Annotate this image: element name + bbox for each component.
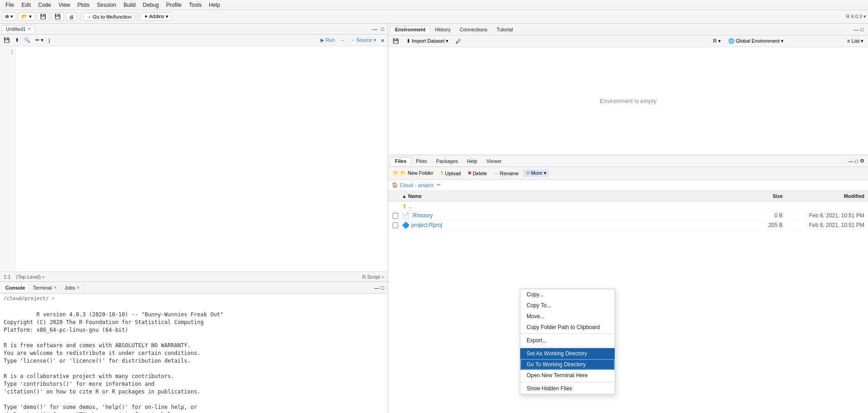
new-script-button[interactable]: ⊕ ▾: [2, 12, 16, 21]
menu-debug[interactable]: Debug: [139, 1, 163, 9]
dropdown-set-wd[interactable]: Set As Working Directory: [520, 348, 615, 359]
parent-dir-name[interactable]: ..: [409, 203, 746, 209]
env-tab-history[interactable]: History: [430, 26, 455, 33]
more-button[interactable]: ⚙ More ▾: [523, 169, 549, 177]
upload-button[interactable]: ⬆ Upload: [437, 169, 464, 177]
menu-edit[interactable]: Edit: [18, 1, 35, 9]
rhistory-name[interactable]: .Rhistory: [411, 212, 746, 219]
files-toolbar: 📁 📁 New Folder ⬆ Upload ✖ Delete ↔ Renam…: [388, 167, 868, 180]
rename-button[interactable]: ↔ Rename: [491, 170, 522, 177]
go-to-file-button[interactable]: → Go to file/function: [83, 13, 135, 21]
terminal-tab-label: Terminal: [33, 285, 52, 290]
files-options[interactable]: ⚙: [860, 158, 864, 164]
jobs-tab-close[interactable]: ✕: [76, 285, 80, 290]
dropdown-copy-to[interactable]: Copy To...: [520, 300, 615, 311]
dropdown-go-wd[interactable]: Go To Working Directory: [520, 359, 615, 370]
clear-env-button[interactable]: 🖊: [453, 38, 464, 44]
env-toolbar: 💾 ⬇ Import Dataset ▾ 🖊 R ▾ 🌐 Global Envi…: [388, 35, 868, 47]
env-minimize[interactable]: —: [853, 27, 858, 32]
toolbar: ⊕ ▾ 📂 ▾ 💾 💾 🖨 → Go to file/function ✦ Ad…: [0, 10, 868, 24]
script-type[interactable]: R Script ÷: [362, 274, 384, 280]
breadcrumb-edit-icon[interactable]: ✏: [437, 182, 441, 188]
console-minimize[interactable]: —: [374, 285, 379, 290]
files-row-parent[interactable]: ⬆ ..: [388, 202, 868, 211]
import-dataset-button[interactable]: ⬇ Import Dataset ▾: [404, 38, 451, 44]
dropdown-copy[interactable]: Copy...: [520, 289, 615, 300]
editor-tab-untitled1[interactable]: Untitled1 ✕: [2, 25, 35, 33]
files-maximize[interactable]: □: [855, 158, 858, 164]
top-level-label[interactable]: (Top Level) ÷: [16, 274, 45, 280]
dropdown-copy-folder-path[interactable]: Copy Folder Path to Clipboard: [520, 322, 615, 333]
menu-session[interactable]: Session: [93, 1, 120, 9]
editor-find-btn[interactable]: 🔍: [22, 37, 32, 44]
left-panel: Untitled1 ✕ — □ 💾 ⬆ 🔍 ✏ ▾ | ▶ Run → → So…: [0, 24, 388, 413]
breadcrumb-project[interactable]: project: [418, 182, 433, 188]
r-version-label[interactable]: R 4.0.3 ▾: [846, 14, 866, 20]
right-panel: Environment History Connections Tutorial…: [388, 24, 868, 413]
terminal-tab-close[interactable]: ✕: [53, 285, 57, 290]
editor-search-btn[interactable]: ⬆: [13, 37, 21, 44]
delete-button[interactable]: ✖ Delete: [465, 169, 490, 177]
files-tab-help[interactable]: Help: [463, 157, 482, 165]
env-tab-connections[interactable]: Connections: [455, 26, 492, 33]
menu-view[interactable]: View: [55, 1, 74, 9]
files-row-rproj[interactable]: 🔷 project.Rproj 205 B Feb 8, 2021, 10:51…: [388, 221, 868, 230]
breadcrumb-cloud[interactable]: Cloud: [400, 182, 413, 188]
files-tab-viewer[interactable]: Viewer: [482, 157, 506, 165]
new-folder-label: 📁 New Folder: [400, 170, 433, 176]
open-file-button[interactable]: 📂 ▾: [18, 12, 35, 21]
dropdown-export[interactable]: Export...: [520, 335, 615, 346]
editor-minimize[interactable]: —: [370, 25, 379, 33]
list-button[interactable]: ≡ List ▾: [844, 38, 866, 44]
menu-help[interactable]: Help: [205, 1, 224, 9]
run-button[interactable]: ▶ Run: [319, 37, 336, 44]
console-path-link[interactable]: ⚡: [52, 295, 55, 301]
source-button[interactable]: → Source ▾: [348, 37, 378, 44]
menu-build[interactable]: Build: [120, 1, 139, 9]
editor-edit-btn[interactable]: ✏ ▾: [34, 37, 45, 44]
global-env-button[interactable]: 🌐 Global Environment ▾: [725, 38, 787, 44]
console-maximize[interactable]: □: [381, 285, 384, 290]
console-tab-console[interactable]: Console: [2, 284, 29, 291]
env-global[interactable]: R ▾: [710, 38, 724, 44]
menu-code[interactable]: Code: [35, 1, 55, 9]
rproj-name[interactable]: project.Rproj: [411, 222, 746, 228]
menu-file[interactable]: File: [2, 1, 18, 9]
files-minimize[interactable]: —: [848, 158, 853, 164]
files-tab-packages[interactable]: Packages: [432, 157, 463, 165]
console-tab-terminal[interactable]: Terminal ✕: [29, 284, 61, 291]
rhistory-checkbox[interactable]: [392, 213, 399, 219]
files-row-rhistory[interactable]: 📄 .Rhistory 0 B Feb 8, 2021, 10:51 PM: [388, 211, 868, 221]
menu-profile[interactable]: Profile: [163, 1, 185, 9]
new-folder-button[interactable]: 📁 📁 New Folder: [390, 169, 436, 177]
env-tab-environment[interactable]: Environment: [390, 25, 430, 33]
files-tab-plots[interactable]: Plots: [411, 157, 431, 165]
menu-tools[interactable]: Tools: [185, 1, 205, 9]
env-tab-tutorial[interactable]: Tutorial: [492, 26, 518, 33]
files-tab-files[interactable]: Files: [390, 157, 411, 165]
console-output: R version 4.0.3 (2020-10-10) -- "Bunny-W…: [4, 303, 384, 413]
header-name[interactable]: ▲ Name: [402, 193, 746, 199]
editor-save-btn[interactable]: 💾: [2, 37, 12, 44]
console-tab-jobs[interactable]: Jobs ✕: [61, 284, 84, 291]
run-arrow-button[interactable]: →: [338, 37, 347, 44]
addins-button[interactable]: ✦ Addins ▾: [141, 12, 172, 21]
print-button[interactable]: 🖨: [66, 13, 77, 21]
dropdown-move[interactable]: Move...: [520, 311, 615, 322]
rproj-size: 205 B: [746, 222, 783, 228]
editor-code-btn[interactable]: |: [47, 37, 52, 44]
editor-more-btn[interactable]: ≡: [380, 37, 386, 44]
files-panel: Files Plots Packages Help Viewer — □ ⚙ 📁…: [388, 155, 868, 413]
env-maximize[interactable]: □: [860, 27, 863, 32]
save-button[interactable]: 💾: [37, 12, 49, 21]
editor-content: 1: [0, 46, 388, 271]
menu-plots[interactable]: Plots: [74, 1, 94, 9]
editor-tab-close[interactable]: ✕: [27, 26, 31, 31]
dropdown-show-hidden[interactable]: Show Hidden Files: [520, 383, 615, 394]
save-env-button[interactable]: 💾: [390, 38, 402, 44]
save-all-button[interactable]: 💾: [51, 12, 64, 21]
editor-maximize[interactable]: □: [379, 25, 386, 33]
dropdown-open-terminal[interactable]: Open New Terminal Here: [520, 370, 615, 381]
rproj-checkbox[interactable]: [392, 222, 399, 228]
code-editor[interactable]: [16, 46, 388, 271]
